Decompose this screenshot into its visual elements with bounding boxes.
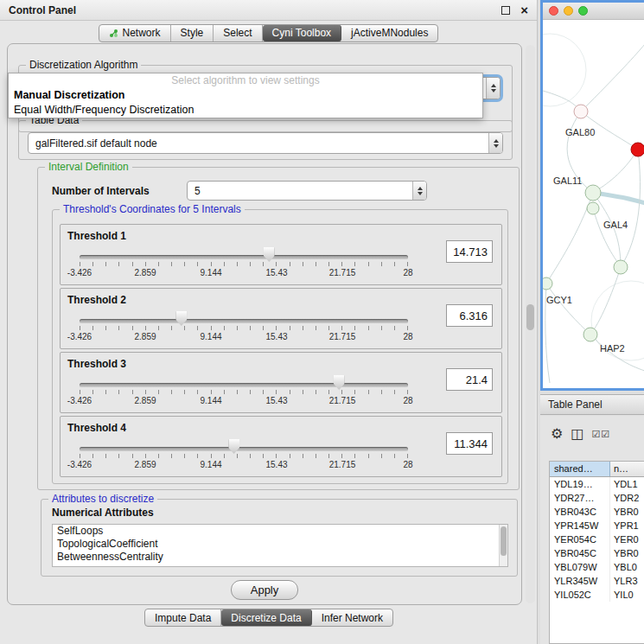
algorithm-placeholder-option[interactable]: Select algorithm to view settings [9,73,482,88]
node-gcy1[interactable] [543,277,552,290]
node-gal80[interactable] [574,105,588,118]
cell-shared-name[interactable]: YDR27… [550,491,610,505]
slider-thumb[interactable] [334,375,345,390]
threshold-slider[interactable]: -3.4262.8599.14415.4321.71528 [80,247,408,284]
threshold-slider[interactable]: -3.4262.8599.14415.4321.71528 [80,375,408,411]
cell-shared-name[interactable]: YER054C [550,532,610,546]
node-label-gal4: GAL4 [603,220,628,230]
slider-thumb[interactable] [175,311,187,326]
algorithm-option[interactable]: Equal Width/Frequency Discretization [9,103,482,118]
column-header-shared-name[interactable]: shared… [550,462,610,476]
table-row[interactable]: YIL052CYIL0 [550,588,644,602]
tab-jactivemnodules[interactable]: jActiveMNodules [341,25,437,41]
cell-shared-name[interactable]: YBR043C [550,505,610,519]
table-row[interactable]: YBR043CYBR0 [550,505,644,519]
node-hap2[interactable] [583,328,597,341]
node-gal11[interactable] [585,185,601,201]
scale-label: 15.43 [265,332,287,341]
threshold-value-input[interactable] [446,368,493,391]
threshold-slider[interactable]: -3.4262.8599.14415.4321.71528 [80,439,408,475]
slider-track[interactable] [80,383,408,387]
tab-impute-data[interactable]: Impute Data [145,609,221,626]
scale-label: 21.715 [329,396,356,405]
apply-button[interactable]: Apply [231,580,299,600]
node-table[interactable]: shared… n… YDL19…YDL1YDR27…YDR2YBR043CYB… [549,461,644,644]
network-canvas[interactable]: GAL80 GAL11 GAL4 GCY1 HAP2 [543,20,644,388]
cell-name[interactable]: YBR0 [610,546,644,560]
columns-icon[interactable]: ◫ [571,426,583,442]
slider-track[interactable] [80,255,408,259]
table-row[interactable]: YPR145WYPR1 [550,519,644,532]
table-data-value: galFiltered.sif default node [29,137,488,150]
minimize-traffic-light-icon[interactable] [564,6,573,16]
tab-network[interactable]: Network [99,25,171,41]
tab-cyni-toolbox[interactable]: Cyni Toolbox [263,25,341,41]
zoom-traffic-light-icon[interactable] [578,6,588,16]
number-of-intervals-label: Number of Intervals [52,185,150,197]
table-data-combobox[interactable]: galFiltered.sif default node [28,132,503,154]
table-row[interactable]: YBR045CYBR0 [550,546,644,560]
attribute-list-item[interactable]: SelfLoops [53,525,507,538]
scale-label: 28 [403,332,412,341]
number-of-intervals-combobox[interactable]: 5 [187,181,427,201]
threshold-value-input[interactable] [446,304,493,327]
tab-select[interactable]: Select [214,25,262,41]
threshold-value-input[interactable] [446,432,493,455]
table-panel-header: Table Panel [540,394,644,415]
cell-name[interactable]: YIL0 [610,588,644,602]
cell-shared-name[interactable]: YDL19… [550,477,610,491]
threshold-value-input[interactable] [446,240,493,263]
attribute-list-item[interactable]: TopologicalCoefficient [53,538,507,551]
scale-label: 2.859 [134,396,156,405]
slider-track[interactable] [80,447,408,451]
network-view-window[interactable]: GAL80 GAL11 GAL4 GCY1 HAP2 [540,0,644,391]
cell-name[interactable]: YDR2 [610,491,644,505]
table-row[interactable]: YDL19…YDL1 [550,477,644,491]
table-header-row: shared… n… [550,462,644,477]
cell-shared-name[interactable]: YBL079W [550,560,610,574]
cell-name[interactable]: YDL1 [610,477,644,491]
scale-label: 15.43 [265,396,287,405]
table-row[interactable]: YLR345WYLR3 [550,574,644,588]
slider-thumb[interactable] [228,439,239,454]
node-red-selected[interactable] [631,143,644,156]
algorithm-option[interactable]: Manual Discretization [9,88,482,103]
tab-label: Discretize Data [231,612,301,624]
scale-label: 9.144 [200,460,221,469]
select-columns-icon[interactable]: ☑☑ [591,429,610,440]
threshold-slider[interactable]: -3.4262.8599.14415.4321.71528 [80,311,408,348]
cell-name[interactable]: YBR0 [610,505,644,519]
scale-label: -3.426 [67,268,92,277]
table-row[interactable]: YBL079WYBL0 [550,560,644,574]
tab-discretize-data[interactable]: Discretize Data [221,609,311,626]
table-row[interactable]: YDR27…YDR2 [550,491,644,505]
node[interactable] [614,260,628,274]
node-gal4[interactable] [587,202,599,214]
tab-style[interactable]: Style [171,25,214,41]
threshold-label: Threshold 2 [67,294,126,306]
float-window-icon[interactable] [501,6,510,15]
close-icon[interactable]: × [520,6,528,15]
cell-shared-name[interactable]: YPR145W [550,519,610,532]
cell-shared-name[interactable]: YIL052C [550,588,610,602]
scale-label: 21.715 [329,332,356,341]
slider-thumb[interactable] [264,247,275,262]
cell-name[interactable]: YLR3 [610,574,644,588]
list-scrollbar[interactable] [499,525,507,566]
gear-icon[interactable]: ⚙ [551,426,563,442]
control-panel-scrollbar[interactable] [526,45,535,603]
column-header-name[interactable]: n… [610,462,644,476]
close-traffic-light-icon[interactable] [549,6,558,16]
cell-name[interactable]: YPR1 [610,519,644,532]
cell-shared-name[interactable]: YBR045C [550,546,610,560]
slider-track[interactable] [80,319,408,323]
cell-name[interactable]: YBL0 [610,560,644,574]
numerical-attributes-list[interactable]: SelfLoopsTopologicalCoefficientBetweenne… [52,524,508,567]
cell-name[interactable]: YER0 [610,532,644,546]
table-row[interactable]: YER054CYER0 [550,532,644,546]
interval-group-title: Interval Definition [45,161,132,173]
tab-infer-network[interactable]: Infer Network [312,609,392,626]
cell-shared-name[interactable]: YLR345W [550,574,610,588]
attribute-list-item[interactable]: BetweennessCentrality [53,551,507,564]
scale-label: 2.859 [134,268,156,277]
